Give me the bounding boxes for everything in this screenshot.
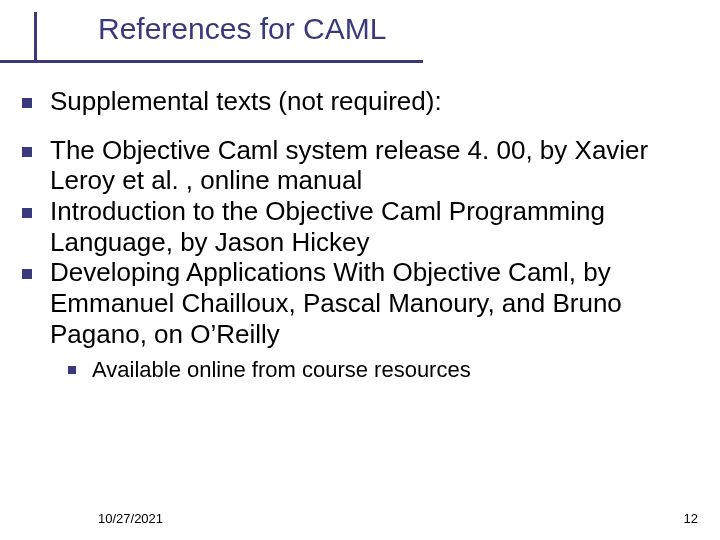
bullet-square-icon [68,366,76,374]
bullet-text: Developing Applications With Objective C… [50,257,700,349]
sub-bullet-text: Available online from course resources [92,357,471,383]
bullet-item: Developing Applications With Objective C… [22,257,700,349]
bullet-square-icon [22,269,32,279]
slide-title: References for CAML [98,12,700,46]
slide: References for CAML Supplemental texts (… [0,0,720,540]
accent-vertical-rule [34,12,37,60]
footer-date: 10/27/2021 [98,511,163,526]
bullet-square-icon [22,147,32,157]
bullet-item: Introduction to the Objective Caml Progr… [22,196,700,257]
accent-horizontal-rule [0,60,423,63]
bullet-square-icon [22,208,32,218]
bullet-item: Supplemental texts (not required): [22,86,700,117]
bullet-text: Introduction to the Objective Caml Progr… [50,196,700,257]
footer-page-number: 12 [684,511,698,526]
bullet-item: The Objective Caml system release 4. 00,… [22,135,700,196]
bullet-text: The Objective Caml system release 4. 00,… [50,135,700,196]
sub-bullet-item: Available online from course resources [68,357,700,383]
title-area: References for CAML [98,12,700,46]
body-area: Supplemental texts (not required): The O… [22,86,700,384]
bullet-group: The Objective Caml system release 4. 00,… [22,135,700,384]
bullet-text: Supplemental texts (not required): [50,86,442,117]
bullet-square-icon [22,98,32,108]
